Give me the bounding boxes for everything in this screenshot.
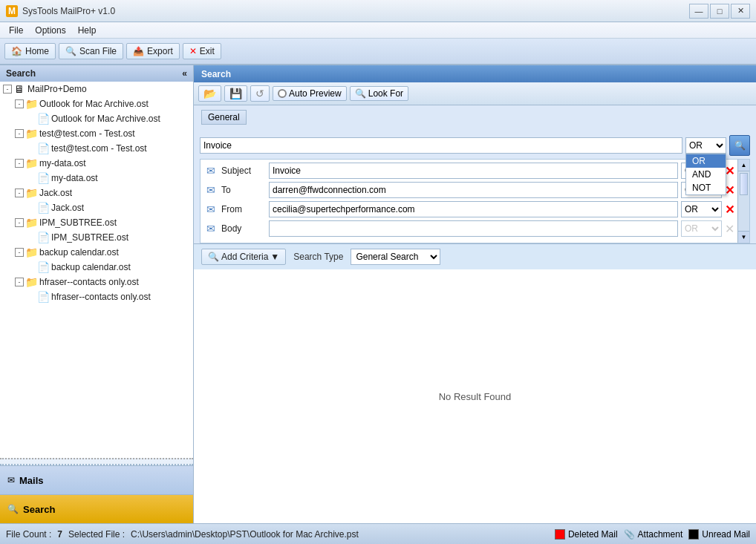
selected-file-value: C:\Users\admin\Desktop\PST\Outlook for M… xyxy=(131,529,359,540)
look-for-button[interactable]: 🔍 Look For xyxy=(350,86,408,101)
tree-item[interactable]: 📄my-data.ost xyxy=(0,171,193,186)
add-criteria-icon: 🔍 xyxy=(208,252,219,262)
sidebar-nav-search[interactable]: 🔍 Search xyxy=(0,494,193,523)
dropdown-option-or[interactable]: OR xyxy=(686,154,726,168)
main-operator-select[interactable]: OR AND NOT xyxy=(685,137,726,154)
from-row-icon: ✉ xyxy=(203,202,218,217)
to-input[interactable] xyxy=(269,182,678,198)
exit-button[interactable]: ✕ Exit xyxy=(183,43,221,59)
tree-item[interactable]: -📁my-data.ost xyxy=(0,156,193,171)
subject-input[interactable] xyxy=(269,163,678,179)
main-layout: Search « -🖥MailPro+Demo-📁Outlook for Mac… xyxy=(0,65,756,523)
export-icon: 📤 xyxy=(133,46,144,56)
tree-item[interactable]: -📁Jack.ost xyxy=(0,186,193,200)
status-badges: Deleted Mail 📎 Attachment Unread Mail xyxy=(555,529,750,540)
tree-item-icon: 📄 xyxy=(37,142,49,154)
tree-item[interactable]: 📄test@test.com - Test.ost xyxy=(0,141,193,156)
scroll-thumb[interactable] xyxy=(740,173,748,195)
from-operator-select[interactable]: ORANDNOT xyxy=(681,201,722,217)
criteria-row-body: ✉ Body OR ✕ xyxy=(203,220,734,237)
mail-icon: ✉ xyxy=(7,475,15,485)
tree-item-label: backup calendar.ost xyxy=(39,247,119,258)
search-nav-label: Search xyxy=(23,504,55,515)
search-execute-icon: 🔍 xyxy=(734,140,746,151)
sidebar-bottom: ✉ Mails 🔍 Search xyxy=(0,464,193,523)
operator-dropdown: OR AND NOT xyxy=(685,154,726,195)
tree-item-label: test@test.com - Test.ost xyxy=(39,128,135,139)
dropdown-option-not[interactable]: NOT xyxy=(686,181,726,194)
tree-item-icon: 📁 xyxy=(25,157,37,169)
from-input[interactable] xyxy=(269,201,678,217)
body-input[interactable] xyxy=(269,220,678,237)
criteria-row-subject: ✉ Subject ORANDNOT ✕ xyxy=(203,163,734,179)
deleted-mail-badge: Deleted Mail xyxy=(555,529,618,540)
attachment-badge: 📎 Attachment xyxy=(624,529,683,540)
expand-button[interactable]: - xyxy=(15,218,24,227)
expand-button[interactable]: - xyxy=(15,99,24,108)
tree-item[interactable]: 📄Outlook for Mac Archive.ost xyxy=(0,111,193,126)
dropdown-arrow-icon: ▼ xyxy=(270,252,279,262)
tree-item[interactable]: -📁backup calendar.ost xyxy=(0,245,193,260)
open-button[interactable]: 📂 xyxy=(198,85,221,102)
dropdown-option-and[interactable]: AND xyxy=(686,168,726,181)
criteria-row-from: ✉ From ORANDNOT ✕ xyxy=(203,201,734,217)
maximize-button[interactable]: □ xyxy=(710,4,729,19)
tree-item[interactable]: -📁hfraser--contacts only.ost xyxy=(0,275,193,289)
search-execute-button[interactable]: 🔍 xyxy=(729,135,750,156)
sidebar: Search « -🖥MailPro+Demo-📁Outlook for Mac… xyxy=(0,65,194,523)
tree-item-label: my-data.ost xyxy=(51,173,98,183)
expand-button[interactable]: - xyxy=(15,189,24,197)
auto-preview-radio xyxy=(278,89,287,98)
sidebar-nav-mails[interactable]: ✉ Mails xyxy=(0,465,193,494)
clear-button[interactable]: ↺ xyxy=(250,85,270,102)
scan-label: Scan File xyxy=(79,46,117,56)
menu-help[interactable]: Help xyxy=(72,24,102,37)
save-icon: 💾 xyxy=(229,88,242,99)
body-label: Body xyxy=(221,223,266,234)
tree-item[interactable]: -📁Outlook for Mac Archive.ost xyxy=(0,96,193,111)
expand-button[interactable]: - xyxy=(15,278,24,286)
search-type-select[interactable]: General Search Advanced Search xyxy=(351,249,440,265)
add-criteria-button[interactable]: 🔍 Add Criteria ▼ xyxy=(201,249,286,265)
tree-item-icon: 📁 xyxy=(25,276,37,288)
minimize-button[interactable]: — xyxy=(689,4,708,19)
expand-button[interactable]: - xyxy=(3,85,12,94)
menu-file[interactable]: File xyxy=(3,24,29,37)
clear-icon: ↺ xyxy=(255,88,264,99)
body-operator-select[interactable]: OR xyxy=(681,220,722,237)
from-delete-button[interactable]: ✕ xyxy=(725,203,734,217)
tree-item-icon: 📁 xyxy=(25,98,37,110)
menu-options[interactable]: Options xyxy=(29,24,71,37)
tree-item[interactable]: 📄IPM_SUBTREE.ost xyxy=(0,230,193,245)
selected-file-label: Selected File : xyxy=(68,529,125,540)
scan-file-button[interactable]: 🔍 Scan File xyxy=(59,43,123,59)
save-button[interactable]: 💾 xyxy=(224,85,247,102)
tree-item[interactable]: 📄hfraser--contacts only.ost xyxy=(0,289,193,304)
scroll-down-button[interactable]: ▼ xyxy=(738,231,749,243)
tree-item[interactable]: -🖥MailPro+Demo xyxy=(0,82,193,96)
scroll-up-button[interactable]: ▲ xyxy=(738,160,749,171)
auto-preview-button[interactable]: Auto Preview xyxy=(273,86,347,101)
tree-item-label: IPM_SUBTREE.ost xyxy=(39,217,117,228)
file-count-value: 7 xyxy=(57,529,62,540)
expand-button[interactable]: - xyxy=(15,248,24,257)
expand-button[interactable]: - xyxy=(15,159,24,168)
expand-button[interactable]: - xyxy=(15,129,24,138)
from-label: From xyxy=(221,204,266,214)
main-search-input[interactable] xyxy=(200,137,682,154)
sidebar-collapse-icon[interactable]: « xyxy=(182,68,187,79)
tree-item[interactable]: -📁test@test.com - Test.ost xyxy=(0,126,193,141)
home-button[interactable]: 🏠 Home xyxy=(4,43,56,59)
close-button[interactable]: ✕ xyxy=(731,4,750,19)
tree-item-label: Jack.ost xyxy=(51,203,84,213)
tree-item-label: IPM_SUBTREE.ost xyxy=(51,232,128,243)
app-icon: M xyxy=(6,5,18,17)
search-nav-icon: 🔍 xyxy=(7,504,19,514)
tree-item[interactable]: 📄Jack.ost xyxy=(0,200,193,215)
tree-item[interactable]: -📁IPM_SUBTREE.ost xyxy=(0,215,193,230)
tree-item-label: my-data.ost xyxy=(39,158,86,168)
to-row-icon: ✉ xyxy=(203,183,218,197)
tree-item[interactable]: 📄backup calendar.ost xyxy=(0,260,193,275)
export-button[interactable]: 📤 Export xyxy=(126,43,180,59)
open-icon: 📂 xyxy=(203,88,216,99)
